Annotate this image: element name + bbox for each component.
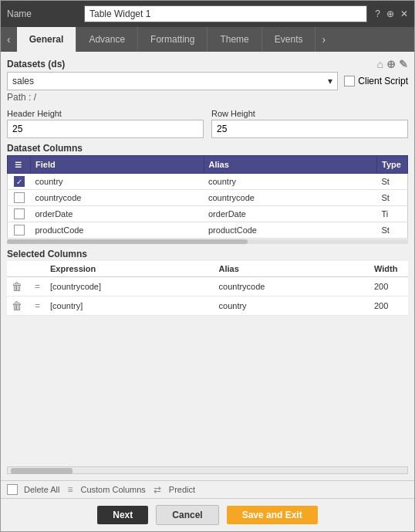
datasets-icons: ⌂ ⊕ ✎ bbox=[377, 58, 408, 70]
select-all-checkbox[interactable]: ☰ bbox=[12, 159, 23, 170]
title-bar: Name ? ⊕ ✕ bbox=[1, 1, 414, 27]
predict-link[interactable]: Predict bbox=[169, 485, 195, 494]
col-header-field: Field bbox=[31, 156, 204, 174]
tab-left-arrow[interactable]: ‹ bbox=[1, 27, 17, 52]
equals-icon-1: = bbox=[35, 300, 40, 311]
row-checkbox-0[interactable]: ✓ bbox=[14, 176, 25, 187]
sel-col-header-eq bbox=[30, 261, 46, 277]
alias-3: productCode bbox=[204, 222, 377, 239]
dataset-columns-section: Dataset Columns ☰ Field Alias Type bbox=[7, 143, 408, 244]
header-height-group: Header Height bbox=[7, 109, 204, 138]
horizontal-scrollbar[interactable] bbox=[7, 239, 408, 244]
datasets-value: sales bbox=[12, 76, 34, 86]
close-icon[interactable]: ✕ bbox=[400, 8, 408, 19]
add-dataset-icon[interactable]: ⊕ bbox=[386, 58, 396, 70]
type-0: St bbox=[377, 174, 408, 190]
tab-theme[interactable]: Theme bbox=[208, 27, 261, 52]
row-checkbox-3[interactable] bbox=[14, 225, 25, 236]
alias-2: orderDate bbox=[204, 206, 377, 222]
dropdown-arrow: ▾ bbox=[328, 76, 332, 86]
alias-1: countrycode bbox=[204, 190, 377, 206]
dataset-columns-label: Dataset Columns bbox=[7, 143, 408, 154]
client-script-label: Client Script bbox=[358, 76, 408, 86]
delete-row-0[interactable]: 🗑 bbox=[12, 280, 22, 293]
path-row: Path : / bbox=[7, 92, 408, 103]
tab-events[interactable]: Events bbox=[262, 27, 316, 52]
title-input[interactable] bbox=[84, 5, 367, 22]
sel-alias-1: country bbox=[214, 296, 369, 316]
datasets-row: sales ▾ Client Script bbox=[7, 72, 408, 90]
delete-row-1[interactable]: 🗑 bbox=[12, 300, 22, 312]
row-height-input[interactable] bbox=[211, 120, 408, 138]
sel-width-0: 200 bbox=[369, 277, 408, 296]
field-1: countrycode bbox=[31, 190, 204, 206]
sel-col-header-width: Width bbox=[369, 261, 408, 277]
dataset-columns-table-container: ☰ Field Alias Type ✓ country country St bbox=[7, 155, 408, 244]
table-row: countrycode countrycode St bbox=[8, 190, 408, 206]
selected-horizontal-scrollbar[interactable] bbox=[7, 466, 408, 474]
datasets-label-row: Datasets (ds) ⌂ ⊕ ✎ bbox=[7, 58, 408, 70]
heights-row: Header Height Row Height bbox=[7, 109, 408, 138]
button-bar: Next Cancel Save and Exit bbox=[1, 498, 414, 531]
scrollbar-thumb-h bbox=[7, 239, 248, 244]
table-row: ✓ country country St bbox=[8, 174, 408, 190]
selected-columns-label: Selected Columns bbox=[7, 249, 408, 259]
tab-bar: ‹ General Advance Formatting Theme Event… bbox=[1, 27, 414, 52]
header-height-input[interactable] bbox=[7, 120, 204, 138]
tab-advance[interactable]: Advance bbox=[76, 27, 138, 52]
delete-all-checkbox[interactable] bbox=[7, 484, 18, 495]
type-1: St bbox=[377, 190, 408, 206]
row-checkbox-2[interactable] bbox=[14, 208, 25, 219]
row-height-label: Row Height bbox=[211, 109, 408, 118]
selected-row: 🗑 = [countrycode] countrycode 200 bbox=[7, 277, 408, 296]
custom-columns-link[interactable]: Custom Columns bbox=[81, 485, 146, 494]
table-row: orderDate orderDate Ti bbox=[8, 206, 408, 222]
col-header-check: ☰ bbox=[8, 156, 31, 174]
sel-col-header-delete bbox=[7, 261, 30, 277]
sel-col-header-alias: Alias bbox=[214, 261, 369, 277]
separator-2: ⇄ bbox=[154, 484, 161, 495]
header-height-label: Header Height bbox=[7, 109, 204, 118]
dataset-columns-table: ☰ Field Alias Type ✓ country country St bbox=[7, 155, 408, 239]
move-icon[interactable]: ⊕ bbox=[386, 8, 394, 19]
client-script-row: Client Script bbox=[344, 76, 408, 86]
title-bar-icons: ? ⊕ ✕ bbox=[375, 8, 408, 19]
row-height-group: Row Height bbox=[211, 109, 408, 138]
edit-dataset-icon[interactable]: ✎ bbox=[399, 58, 408, 70]
sel-width-1: 200 bbox=[369, 296, 408, 316]
cancel-button[interactable]: Cancel bbox=[156, 505, 218, 525]
path-text: Path : / bbox=[7, 92, 36, 103]
datasets-label: Datasets (ds) bbox=[7, 59, 65, 69]
name-label: Name bbox=[7, 8, 84, 19]
field-3: productCode bbox=[31, 222, 204, 239]
tab-right-arrow[interactable]: › bbox=[315, 27, 332, 52]
selected-row: 🗑 = [country] country 200 bbox=[7, 296, 408, 316]
row-checkbox-1[interactable] bbox=[14, 192, 25, 203]
delete-all-link[interactable]: Delete All bbox=[24, 485, 59, 494]
type-3: St bbox=[377, 222, 408, 239]
next-button[interactable]: Next bbox=[97, 506, 148, 524]
client-script-checkbox[interactable] bbox=[344, 76, 355, 86]
field-0: country bbox=[31, 174, 204, 190]
tab-general[interactable]: General bbox=[17, 27, 77, 52]
col-header-alias: Alias bbox=[204, 156, 377, 174]
sel-expr-0: [countrycode] bbox=[46, 277, 214, 296]
alias-0: country bbox=[204, 174, 377, 190]
datasets-dropdown[interactable]: sales ▾ bbox=[7, 72, 338, 90]
tab-formatting[interactable]: Formatting bbox=[138, 27, 208, 52]
main-content: Datasets (ds) ⌂ ⊕ ✎ sales ▾ Client Scrip… bbox=[1, 52, 414, 480]
selected-columns-section: Selected Columns Expression Alias Width … bbox=[7, 249, 408, 474]
field-2: orderDate bbox=[31, 206, 204, 222]
sel-col-header-expr: Expression bbox=[46, 261, 214, 277]
save-and-exit-button[interactable]: Save and Exit bbox=[227, 506, 318, 524]
sel-expr-1: [country] bbox=[46, 296, 214, 316]
home-icon[interactable]: ⌂ bbox=[377, 58, 383, 70]
table-row: productCode productCode St bbox=[8, 222, 408, 239]
separator-1: ≡ bbox=[67, 484, 73, 495]
help-icon[interactable]: ? bbox=[375, 8, 380, 19]
selected-scrollbar-thumb bbox=[11, 468, 73, 474]
app-window: Name ? ⊕ ✕ ‹ General Advance Formatting … bbox=[0, 0, 415, 532]
sel-alias-0: countrycode bbox=[214, 277, 369, 296]
datasets-section: Datasets (ds) ⌂ ⊕ ✎ sales ▾ Client Scrip… bbox=[7, 58, 408, 103]
equals-icon-0: = bbox=[35, 281, 40, 292]
